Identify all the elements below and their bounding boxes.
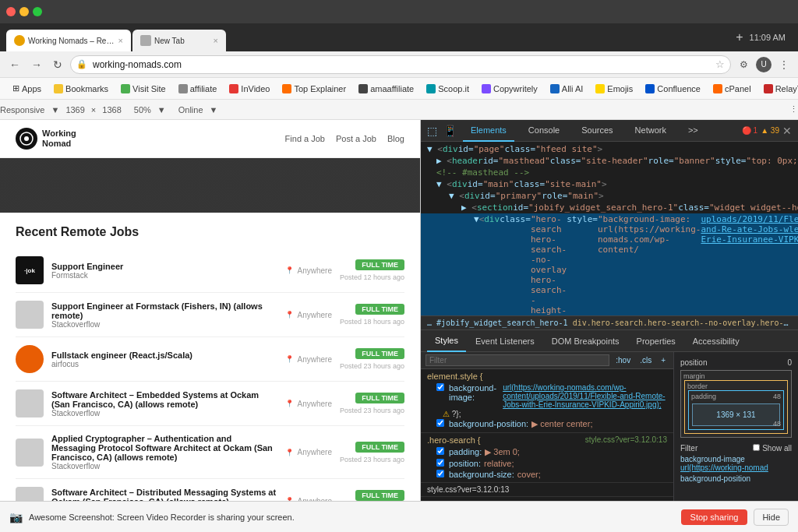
job-logo-1 — [16, 301, 44, 329]
styles-add-button[interactable]: + — [658, 355, 669, 365]
bookmark-affiliate[interactable]: affiliate — [174, 83, 222, 95]
styles-filter-row: :hov .cls + — [421, 352, 673, 369]
bookmark-relaythat[interactable]: RelayThat — [759, 83, 798, 95]
extensions-icon[interactable]: ⚙ — [736, 57, 751, 72]
css-url-0[interactable]: url(https://working-nomads.com/wp-conten… — [503, 383, 667, 409]
maximize-window-button[interactable] — [33, 7, 42, 16]
bookmark-star-icon[interactable]: ☆ — [715, 58, 725, 70]
warning-indicator: ▲ 39 — [761, 126, 779, 135]
devtools-tab-console[interactable]: Console — [521, 120, 567, 142]
devtools-tab-more[interactable]: >> — [680, 120, 706, 142]
css-prop-checkbox-1[interactable] — [436, 419, 444, 427]
job-meta-4: 📍 Anywhere — [285, 448, 331, 456]
devtools-tab-sources[interactable]: Sources — [574, 120, 620, 142]
elements-line-1: ▶ <header id="masthead" class="site-head… — [421, 155, 798, 167]
devtools-sec-tab-event[interactable]: Event Listeners — [468, 330, 542, 352]
minimize-window-button[interactable] — [19, 7, 29, 16]
css-prop-checkbox-2[interactable] — [436, 447, 444, 455]
reload-button[interactable]: ↻ — [50, 57, 65, 72]
bookmark-alliai[interactable]: Alli AI — [546, 83, 588, 95]
styles-cls-button[interactable]: .cls — [637, 355, 655, 365]
job-meta-1: 📍 Anywhere — [285, 311, 331, 319]
job-company-4: Stackoverflow — [51, 462, 277, 470]
bookmark-cpanel[interactable]: cPanel — [708, 83, 756, 95]
profile-icon[interactable]: U — [756, 57, 772, 72]
hide-button[interactable]: Hide — [754, 509, 789, 526]
full-time-badge-4: FULL TIME — [355, 442, 404, 453]
nav-post-job[interactable]: Post a Job — [336, 134, 376, 143]
breadcrumb-element-1[interactable]: #jobify_widget_search_hero-1 — [436, 319, 568, 327]
bookmark-invideo[interactable]: InVideo — [224, 83, 274, 95]
devtools-close-button[interactable]: ✕ — [782, 125, 792, 137]
website-panel: WorkingNomad Find a Job Post a Job Blog … — [0, 120, 421, 532]
bookmark-amaaffiliate[interactable]: amaaffiliate — [354, 83, 418, 95]
new-tab-button[interactable]: + — [729, 30, 749, 44]
css-prop-checkbox-4[interactable] — [436, 470, 444, 477]
more-options-icon[interactable]: ⋮ — [776, 57, 792, 72]
css-rule-element-style: element.style { background-image: url(ht… — [421, 369, 673, 433]
bookmark-confluence[interactable]: Confluence — [641, 83, 705, 95]
bookmark-visitsite[interactable]: Visit Site — [116, 83, 171, 95]
tab-2[interactable]: New Tab × — [132, 30, 226, 51]
full-time-badge-5: FULL TIME — [355, 490, 404, 501]
active-tab[interactable]: Working Nomads – Remote × — [6, 30, 131, 51]
styles-hov-button[interactable]: :hov — [613, 355, 634, 365]
css-warning: ⚠ ?}; — [427, 410, 667, 418]
address-input[interactable] — [70, 55, 731, 74]
job-logo-4 — [16, 439, 44, 467]
job-location-4: Anywhere — [297, 448, 331, 456]
inspect-icon[interactable]: ⬚ — [427, 125, 437, 137]
more-viewport-options[interactable]: ⋮ — [789, 104, 798, 115]
job-title-1: Support Engineer at Formstack (Fishers, … — [51, 301, 277, 320]
elements-line-5: ▶ <section id="jobify_widget_search_hero… — [421, 202, 798, 213]
bookmark-scoopit[interactable]: Scoop.it — [422, 83, 474, 95]
bookmark-bookmarks[interactable]: Bookmarks — [49, 83, 113, 95]
show-all-checkbox[interactable] — [753, 444, 760, 451]
bookmark-copywritely[interactable]: Copywritely — [477, 83, 542, 95]
devtools-tab-network[interactable]: Network — [627, 120, 674, 142]
back-button[interactable]: ← — [6, 57, 23, 72]
breadcrumb-element-2[interactable]: div.hero-search.hero-search--no-overlay.… — [573, 319, 798, 327]
tab-close-icon[interactable]: × — [118, 36, 123, 45]
css-prop-checkbox-0[interactable] — [436, 383, 444, 391]
bookmark-emojis[interactable]: Emojis — [591, 83, 637, 95]
css-prop-checkbox-3[interactable] — [436, 459, 444, 467]
styles-filter-input[interactable] — [425, 354, 609, 366]
bookmarks-bar: ⊞ Apps Bookmarks Visit Site affiliate In… — [0, 78, 798, 100]
nav-blog[interactable]: Blog — [387, 134, 404, 143]
devtools-sec-tab-dom[interactable]: DOM Breakpoints — [544, 330, 627, 352]
viewport-bar: Responsive ▼ 1369 × 1368 50% ▼ Online ▼ … — [0, 100, 798, 120]
network-chevron[interactable]: ▼ — [210, 105, 218, 115]
viewport-chevron[interactable]: ▼ — [51, 105, 59, 115]
bookmark-topexplainer[interactable]: Top Explainer — [277, 83, 351, 95]
zoom-chevron[interactable]: ▼ — [157, 105, 166, 115]
content-dimensions: 1369 × 131 — [716, 410, 755, 419]
devtools-sec-tab-styles[interactable]: Styles — [427, 330, 466, 352]
job-location-2: Anywhere — [297, 355, 331, 364]
job-meta-0: 📍 Anywhere — [285, 266, 331, 275]
css-prop-padding: padding: ▶ 3em 0; — [427, 446, 667, 458]
posted-time-2: Posted 23 hours ago — [340, 362, 404, 370]
notification-text: Awesome Screenshot: Screen Video Recorde… — [29, 513, 675, 522]
devtools-secondary-toolbar: Styles Event Listeners DOM Breakpoints P… — [421, 330, 798, 352]
job-location-1: Anywhere — [297, 311, 331, 319]
devtools-sec-tab-accessibility[interactable]: Accessibility — [685, 330, 747, 352]
bookmark-apps[interactable]: ⊞ Apps — [8, 82, 46, 95]
bg-image-url[interactable]: url(https://working-nomad — [680, 463, 768, 472]
posted-time-1: Posted 18 hours ago — [340, 318, 404, 326]
nav-find-job[interactable]: Find a Job — [285, 134, 325, 143]
full-time-badge-2: FULL TIME — [355, 348, 404, 359]
location-pin-icon-3: 📍 — [285, 400, 294, 407]
filter-label-2: Filter — [680, 444, 697, 453]
devtools-sec-tab-properties[interactable]: Properties — [629, 330, 683, 352]
devtools-tab-elements[interactable]: Elements — [463, 120, 514, 142]
device-icon[interactable]: 📱 — [443, 125, 457, 137]
clock: 11:09 AM — [750, 33, 792, 42]
css-prop-bg-size: background-size: cover; — [427, 469, 667, 480]
job-company-1: Stackoverflow — [51, 320, 277, 329]
forward-button[interactable]: → — [28, 57, 45, 72]
elements-line-selected[interactable]: ▼ <div class="hero-search hero-search--n… — [421, 213, 798, 315]
stop-sharing-button[interactable]: Stop sharing — [681, 509, 748, 525]
close-window-button[interactable] — [6, 7, 16, 16]
tab-close-icon-2[interactable]: × — [214, 36, 218, 45]
